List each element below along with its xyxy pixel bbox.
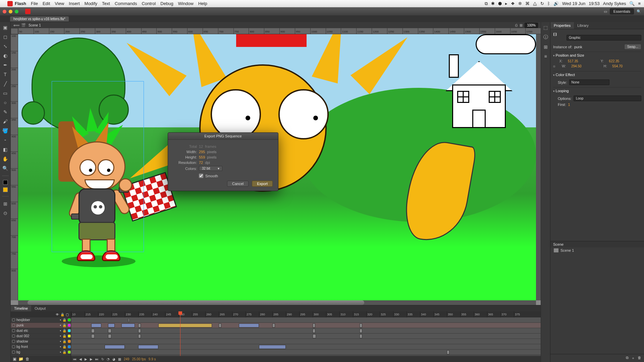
layer-outline-swatch[interactable] <box>68 351 71 354</box>
layout-icon[interactable]: ▭ <box>604 9 607 14</box>
subselection-tool-icon[interactable]: ◻ <box>2 34 9 40</box>
stroke-color-swatch[interactable] <box>3 180 8 185</box>
dialog-title[interactable]: Export PNG Sequence <box>168 133 278 140</box>
add-scene-icon[interactable]: ＋ <box>631 356 635 361</box>
section-color-effect[interactable]: Color Effect <box>553 71 641 78</box>
frame-number[interactable]: 320 <box>366 311 380 317</box>
sync-icon[interactable]: ↻ <box>540 1 544 6</box>
track-row[interactable] <box>71 344 541 350</box>
keyframe-span[interactable] <box>105 345 125 349</box>
layer-outline-swatch[interactable] <box>68 329 71 332</box>
dropbox-icon[interactable]: ⬢ <box>498 1 502 6</box>
scene-back-icon[interactable]: ⟸ <box>13 23 20 28</box>
playback-last-icon[interactable]: ⏭ <box>95 357 99 361</box>
h-value[interactable]: 554.70 <box>612 64 623 68</box>
tab-output[interactable]: Output <box>31 305 49 311</box>
layer-visible-dot[interactable]: • <box>60 318 61 322</box>
status-icon[interactable]: ⌘ <box>525 1 530 6</box>
frame-number[interactable]: 305 <box>326 311 339 317</box>
resolution-input[interactable]: 72 <box>199 161 203 165</box>
menu-window[interactable]: Window <box>178 1 194 6</box>
menu-insert[interactable]: Insert <box>69 1 80 6</box>
keyframe-span[interactable] <box>360 334 362 338</box>
tab-library[interactable]: Library <box>574 22 592 29</box>
tab-properties[interactable]: Properties <box>550 22 574 29</box>
workspace-switcher[interactable]: Essentials <box>610 8 634 14</box>
frame-number[interactable]: 215 <box>85 311 98 317</box>
wifi-icon[interactable]: ⧋ <box>533 1 537 6</box>
keyframe-span[interactable] <box>158 323 212 327</box>
keyframe-span[interactable] <box>138 329 141 333</box>
keyframe-span[interactable] <box>138 334 141 338</box>
layer-visible-dot[interactable]: • <box>60 340 61 343</box>
menu-text[interactable]: Text <box>102 1 110 6</box>
smooth-checkbox[interactable] <box>199 174 203 178</box>
info-icon[interactable]: ⓘ <box>543 34 548 40</box>
frame-number[interactable]: 375 <box>514 311 527 317</box>
colors-selector[interactable]: 32 bit▾ <box>199 166 222 171</box>
layer-row[interactable]: dust etc•🔒 <box>11 328 71 334</box>
free-transform-tool-icon[interactable]: ⤡ <box>2 43 9 50</box>
keyframe-span[interactable] <box>447 350 449 354</box>
keyframe-span[interactable] <box>108 334 111 338</box>
export-button[interactable]: Export <box>252 181 273 187</box>
options-icon[interactable]: ⊞ <box>2 200 9 207</box>
zoom-selector[interactable]: 100% <box>525 23 538 28</box>
bluetooth-icon[interactable]: ᛒ <box>547 1 550 6</box>
frame-number[interactable]: 290 <box>286 311 299 317</box>
style-selector[interactable]: None <box>569 79 609 85</box>
visibility-column-icon[interactable]: 👁 <box>56 313 59 316</box>
frame-number[interactable]: 260 <box>205 311 219 317</box>
timeline-tracks[interactable]: 1021522022523023524024525025526026527027… <box>71 311 541 356</box>
frame-number[interactable]: 340 <box>420 311 433 317</box>
frame-number[interactable]: 315 <box>353 311 366 317</box>
layer-outline-swatch[interactable] <box>68 324 71 327</box>
cancel-button[interactable]: Cancel <box>227 181 249 187</box>
menu-file[interactable]: File <box>31 1 38 6</box>
keyframe-span[interactable] <box>128 318 129 322</box>
frame-number[interactable]: 360 <box>474 311 487 317</box>
duplicate-scene-icon[interactable]: ⧉ <box>626 356 629 361</box>
scene-list-item[interactable]: Scene 1 <box>550 247 644 253</box>
snap-icon[interactable]: ⊙ <box>2 210 9 217</box>
layer-row[interactable]: dust 002•🔒 <box>11 334 71 339</box>
first-frame-value[interactable]: 1 <box>568 103 570 107</box>
status-icon[interactable]: ✱ <box>491 1 495 6</box>
fill-color-swatch[interactable] <box>3 187 8 192</box>
layer-lock-dot[interactable]: 🔒 <box>62 334 66 338</box>
menu-commands[interactable]: Commands <box>115 1 137 6</box>
edit-scene-icon[interactable]: ⎙ <box>515 23 518 27</box>
frame-number[interactable]: 220 <box>98 311 111 317</box>
frame-number[interactable]: 370 <box>500 311 514 317</box>
section-looping[interactable]: Looping <box>553 87 641 94</box>
swap-button[interactable]: Swap... <box>624 44 641 50</box>
frame-number[interactable]: 325 <box>380 311 393 317</box>
rectangle-tool-icon[interactable]: ▭ <box>2 90 9 97</box>
keyframe-span[interactable] <box>259 345 286 349</box>
menu-view[interactable]: View <box>55 1 64 6</box>
track-row[interactable] <box>71 323 541 328</box>
frame-number[interactable]: 10 <box>71 311 85 317</box>
layer-lock-dot[interactable]: 🔒 <box>62 318 66 322</box>
layer-lock-dot[interactable]: 🔒 <box>62 350 66 354</box>
zoom-tool-icon[interactable]: 🔍 <box>2 165 9 172</box>
layer-visible-dot[interactable]: • <box>60 323 61 327</box>
keyframe-span[interactable] <box>239 323 259 327</box>
eraser-tool-icon[interactable]: ◧ <box>2 146 9 153</box>
layer-visible-dot[interactable]: • <box>60 350 61 354</box>
w-value[interactable]: 294.50 <box>571 64 582 68</box>
app-name[interactable]: Flash <box>15 1 26 6</box>
track-row[interactable] <box>71 350 541 355</box>
keyframe-span[interactable] <box>138 345 158 349</box>
keyframe-span[interactable] <box>313 334 316 338</box>
layer-visible-dot[interactable]: • <box>60 334 61 338</box>
height-input[interactable]: 559 <box>199 155 205 159</box>
layer-row[interactable]: bg•🔒 <box>11 350 71 355</box>
layer-row[interactable]: shadow•🔒 <box>11 339 71 344</box>
layer-row[interactable]: bg front•🔒 <box>11 344 71 350</box>
frame-number[interactable]: 275 <box>246 311 259 317</box>
layer-lock-dot[interactable]: 🔒 <box>62 345 66 349</box>
menu-debug[interactable]: Debug <box>160 1 173 6</box>
layer-outline-swatch[interactable] <box>68 318 71 321</box>
menu-modify[interactable]: Modify <box>85 1 97 6</box>
